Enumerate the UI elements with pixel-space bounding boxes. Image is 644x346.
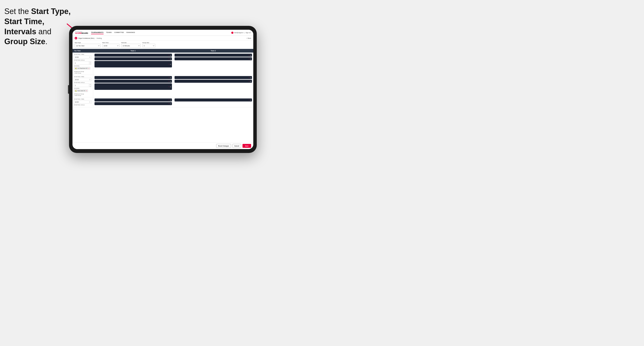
sign-out-link[interactable]: Sign out <box>246 32 251 33</box>
table-row: STARTING TIME: 10:20 ⊙ STARTING HOLE: × … <box>72 97 253 107</box>
slot-close-icon[interactable]: × <box>168 81 169 82</box>
group-size-label: Group Size <box>142 42 155 43</box>
player-slot: × ⊞ <box>174 80 252 83</box>
start-type-select[interactable]: 1st Tee Start <box>75 44 100 48</box>
breadcrumb-separator: › <box>95 37 96 39</box>
reset-button[interactable]: Reset Changes <box>216 144 231 148</box>
starting-hole-label-3: STARTING HOLE: <box>74 104 92 106</box>
start-type-control: Start Type 1st Tee Start <box>75 42 100 48</box>
clock-icon-1: ⊙ <box>89 56 90 58</box>
controls-row: Start Type 1st Tee Start Start Time 10:0… <box>72 41 253 49</box>
slot-expand-icon[interactable]: ⊞ <box>170 54 171 56</box>
nav-tab-tournaments[interactable]: TOURNAMENTS <box>91 31 104 34</box>
starting-time-input-2[interactable]: 10:10 ⊙ <box>74 78 92 81</box>
slot-close-icon[interactable]: × <box>168 86 169 87</box>
slot-expand-icon[interactable]: ⊞ <box>250 54 251 56</box>
slot-expand-icon[interactable]: ⊞ <box>170 103 171 105</box>
group-size-select[interactable]: 3 <box>142 44 155 48</box>
nav-tabs: TOURNAMENTS TEAMS COMMITTEE RANKINGS <box>91 31 231 34</box>
starting-hole-label-1: STARTING HOLE: <box>74 59 92 61</box>
starting-hole-input-1[interactable]: 1 ▲ ▼ <box>74 61 92 65</box>
slot-expand-icon[interactable]: ⊞ <box>170 58 171 60</box>
intervals-label: Intervals <box>121 42 141 43</box>
player-slot: × ⊞ <box>174 54 252 57</box>
add-group-1[interactable]: + Add Group <box>74 72 92 74</box>
course-remove-2[interactable]: × <box>86 90 87 92</box>
breadcrumb-tournament[interactable]: Clippd Invitational (Men) <box>78 37 94 39</box>
course-area-1: COURSE: ⛳ (A) Peachtree GC × <box>74 65 92 70</box>
course-tag-1: ⛳ (A) Peachtree GC × <box>74 67 90 70</box>
slot-expand-icon[interactable]: ⊞ <box>170 99 171 101</box>
course-name-1: (A) Peachtree GC <box>78 68 88 69</box>
breadcrumb: C Clippd Invitational (Men) › Hosting < … <box>72 36 253 41</box>
intervals-select[interactable]: 10 Minutes <box>121 44 141 48</box>
slot-close-icon[interactable]: × <box>168 77 169 78</box>
course-icon-2: ⛳ <box>75 90 77 92</box>
slot-close-icon[interactable]: × <box>248 58 250 59</box>
slot-expand-icon[interactable]: ⊞ <box>250 99 251 101</box>
user-email: blair@clippd.io <box>234 32 244 33</box>
table-row: STARTING TIME: 10:00 ⊙ STARTING HOLE: 1 … <box>72 53 253 75</box>
back-button[interactable]: < Back <box>246 37 251 39</box>
hole-up-2[interactable]: ▲ <box>89 84 92 85</box>
add-group-2[interactable]: + Add Group <box>74 95 92 96</box>
player-slot: × ⊞ <box>174 76 252 79</box>
slot-expand-icon[interactable]: ⊞ <box>170 86 171 87</box>
starting-hole-input-2[interactable]: 1 ▲ ▼ <box>74 84 92 87</box>
nav-tab-teams[interactable]: TEAMS <box>106 31 112 34</box>
slot-close-icon[interactable]: × <box>248 81 250 82</box>
slot-close-icon[interactable]: × <box>168 99 169 101</box>
player-slot: × ⊞ <box>174 57 252 60</box>
team1-cell-3: × ⊞ × ⊞ <box>93 97 173 107</box>
slot-close-icon[interactable]: × <box>168 54 169 56</box>
slot-expand-icon[interactable]: ⊞ <box>250 58 251 60</box>
tee-left-cell-2: STARTING TIME: 10:10 ⊙ STARTING HOLE: 1 … <box>72 75 93 97</box>
slot-close-icon[interactable]: × <box>168 58 169 59</box>
course-label-2: COURSE: <box>74 88 92 89</box>
remove-group-2[interactable]: ⊖ Remove Group <box>74 93 92 95</box>
slot-close-icon[interactable]: × <box>248 54 250 56</box>
slot-expand-icon[interactable]: ⊞ <box>250 77 251 78</box>
slot-close-icon[interactable]: × <box>248 77 250 78</box>
intervals-control: Intervals 10 Minutes <box>121 42 141 48</box>
slot-expand-icon[interactable]: ⊞ <box>250 81 251 82</box>
player-slot: × ⊞ <box>94 98 172 101</box>
slot-close-icon[interactable]: × <box>168 64 169 65</box>
nav-tab-rankings[interactable]: RANKINGS <box>126 31 135 34</box>
tablet-side-button <box>68 85 69 94</box>
slot-expand-icon[interactable]: ⊞ <box>170 81 171 82</box>
start-time-select[interactable]: 10:00 <box>102 44 120 48</box>
start-time-label: Start Time <box>102 42 120 43</box>
course-remove-1[interactable]: × <box>88 68 89 69</box>
player-slot: × ⊞ <box>94 80 172 83</box>
course-name-2: East Lake GC <box>78 90 86 91</box>
course-icon-1: ⛳ <box>75 67 77 69</box>
nav-tab-committee[interactable]: COMMITTEE <box>114 31 124 34</box>
team1-cell-1: × ⊞ × ⊞ × ⊞ <box>93 53 173 75</box>
hole-down-2[interactable]: ▼ <box>89 85 92 87</box>
action-links-1: ⊖ Remove Group + Add Group <box>74 71 92 74</box>
clock-icon-3: ⊙ <box>89 101 90 103</box>
slot-close-icon[interactable]: × <box>248 99 250 101</box>
user-avatar-dot <box>231 32 234 34</box>
starting-time-input-3[interactable]: 10:20 ⊙ <box>74 100 92 104</box>
remove-group-1[interactable]: ⊖ Remove Group <box>74 71 92 72</box>
cancel-button[interactable]: Cancel <box>232 144 241 148</box>
save-button[interactable]: Save <box>242 144 251 148</box>
player-slot: × ⊞ <box>94 102 172 105</box>
course-label-1: COURSE: <box>74 65 92 67</box>
player-slot: × ⊞ <box>94 54 172 57</box>
breadcrumb-section: Hosting <box>97 37 102 39</box>
slot-expand-icon[interactable]: ⊞ <box>170 64 171 65</box>
hole-down-1[interactable]: ▼ <box>89 63 92 65</box>
slot-expand-icon[interactable]: ⊞ <box>170 77 171 78</box>
hole-up-1[interactable]: ▲ <box>89 61 92 63</box>
nav-user: blair@clippd.io | Sign out <box>231 32 251 34</box>
action-bar: Reset Changes Cancel Save <box>72 142 253 149</box>
course-tag-2: ⛳ East Lake GC × <box>74 89 88 92</box>
starting-time-input-1[interactable]: 10:00 ⊙ <box>74 55 92 59</box>
tee-sheet-table-container: Tee Time Team 1 Team 2 STARTING TIME: 10… <box>72 49 253 142</box>
team2-cell-2: × ⊞ × ⊞ <box>173 75 254 97</box>
slot-close-icon[interactable]: × <box>168 103 169 104</box>
course-area-2: COURSE: ⛳ East Lake GC × <box>74 88 92 93</box>
